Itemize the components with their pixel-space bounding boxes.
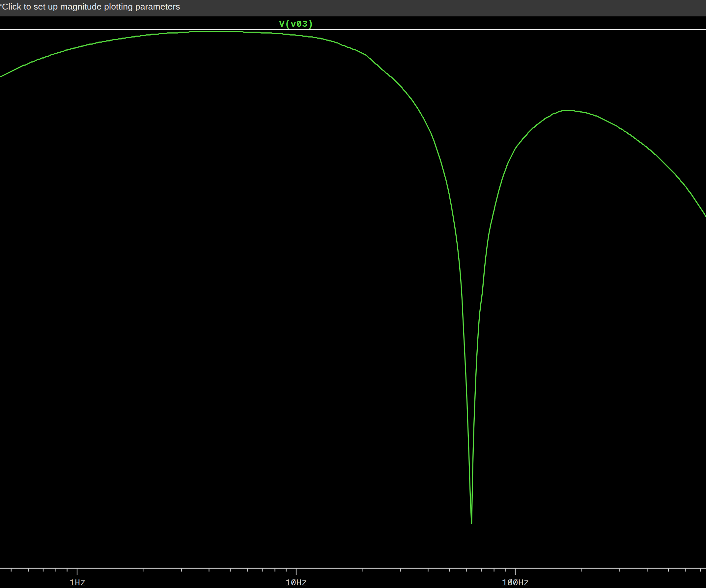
svg-text:10Hz: 10Hz [285,578,307,588]
svg-text:V(v03): V(v03) [279,19,313,29]
svg-text:1Hz: 1Hz [69,578,86,588]
svg-text:100Hz: 100Hz [502,578,529,588]
svg-text:Click to set up magnitude plot: Click to set up magnitude plotting param… [2,2,180,11]
